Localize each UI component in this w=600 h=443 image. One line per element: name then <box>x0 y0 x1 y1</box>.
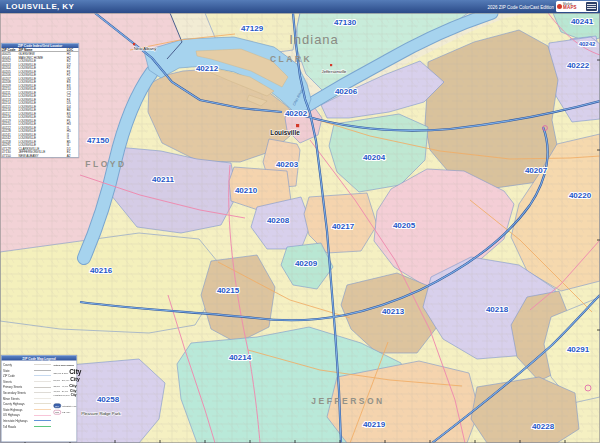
legend-city-items: Cities and Towns 250,000 & OverCity50,00… <box>54 364 77 398</box>
zip-label-47130: 47130 <box>334 18 357 27</box>
page-title: LOUISVILLE, KY <box>6 2 74 11</box>
legend-line-sample <box>34 420 51 421</box>
zip-label-40214: 40214 <box>229 353 252 362</box>
zip-label-47150: 47150 <box>87 136 110 145</box>
interstate-shield-icon: 264 <box>54 404 61 409</box>
logo-badge <box>586 2 597 11</box>
legend-line-sample <box>34 415 51 416</box>
us-shield-icon: 150 <box>54 410 61 415</box>
zip-label-40212: 40212 <box>196 64 219 73</box>
zip-label-40213: 40213 <box>382 307 405 316</box>
legend-line-sample <box>34 365 51 366</box>
zip-label-47129: 47129 <box>241 24 264 33</box>
zip-label-40217: 40217 <box>332 222 355 231</box>
zip-label-40219: 40219 <box>363 420 386 429</box>
edition-label: 2026 ZIP Code ColorCast Edition <box>488 4 554 9</box>
legend-city-item: 10,000 - 24,999City <box>54 389 77 393</box>
legend-cities-header: Cities and Towns <box>54 364 77 367</box>
zip-label-40241: 40241 <box>571 17 594 26</box>
legend-city-item: 50,000 - 249,999City <box>54 376 77 382</box>
legend-city-item: 25,000 - 49,999City <box>54 383 77 388</box>
zip-table-body: 40025GLENVIEWH140041MASONIC HOMEH240202L… <box>2 52 79 157</box>
legend-city-item: Less than 10,000City <box>54 394 77 397</box>
zip-label-40203: 40203 <box>276 160 299 169</box>
zip-label-40207: 40207 <box>525 166 548 175</box>
legend-shield-item: 264Interstate Hwy <box>54 404 77 409</box>
state-label: Indiana <box>289 32 339 47</box>
legend-shield-item: 150US Hwy <box>54 410 77 415</box>
legend-line-sample <box>34 376 51 377</box>
zip-label-40206: 40206 <box>335 87 358 96</box>
legend-line-sample <box>34 404 51 405</box>
city-label: New Albany <box>134 46 158 51</box>
zip-label-40220: 40220 <box>569 191 592 200</box>
logo-maps-text: MAPS <box>563 6 577 11</box>
zip-label-40202: 40202 <box>285 109 308 118</box>
logo-globe-icon <box>557 4 562 9</box>
zip-label-40215: 40215 <box>217 286 240 295</box>
city-label: Louisville <box>270 129 300 136</box>
county-label: FLOYD <box>85 159 126 169</box>
zip-label-40208: 40208 <box>267 216 290 225</box>
county-label: CLARK <box>270 54 312 64</box>
publisher-logo: Market MAPS <box>556 1 598 12</box>
legend-shield-items: 264Interstate Hwy150US Hwy <box>54 404 77 417</box>
city-label: Pleasure Ridge Park <box>81 411 121 416</box>
legend-line-sample <box>34 398 51 399</box>
legend-line-items: CountyStateZIP CodeStreetsPrimary Street… <box>3 362 53 429</box>
legend-line-sample <box>34 393 51 394</box>
map-canvas: CLARKFLOYDJEFFERSONIndianaOhio River Lou… <box>0 13 600 443</box>
map-poster: LOUISVILLE, KY 2026 ZIP Code ColorCast E… <box>0 0 600 443</box>
zip-label-40228: 40228 <box>532 422 555 431</box>
zip-label-40210: 40210 <box>235 186 258 195</box>
legend-line-sample <box>34 370 51 371</box>
zip-label-40216: 40216 <box>90 266 113 275</box>
legend-line-sample <box>34 426 51 427</box>
legend-line-sample <box>34 387 51 388</box>
zip-label-40291: 40291 <box>567 345 590 354</box>
legend-line-sample <box>34 409 51 410</box>
zip-label-40218: 40218 <box>486 305 509 314</box>
zip-label-40242: 40242 <box>579 41 596 47</box>
city-label: Jeffersonville <box>322 69 348 74</box>
legend-item: Toll Roads <box>3 424 53 430</box>
table-row: 47150NEW ALBANYA2 <box>2 154 79 158</box>
legend-line-sample <box>34 381 51 382</box>
legend-city-item: 250,000 & OverCity <box>54 368 77 376</box>
county-label: JEFFERSON <box>311 396 385 406</box>
zip-label-40211: 40211 <box>152 175 174 184</box>
zip-label-40209: 40209 <box>295 259 318 268</box>
city-marker <box>133 43 135 45</box>
zip-label-40258: 40258 <box>97 395 120 404</box>
title-bar: LOUISVILLE, KY 2026 ZIP Code ColorCast E… <box>0 0 600 13</box>
zip-index-table: ZIP Code Index/Grid Locator ZIP CodeZIP … <box>1 43 79 158</box>
zip-label-40204: 40204 <box>363 153 386 162</box>
map-legend: ZIP Code Map Legend CountyStateZIP CodeS… <box>1 355 77 442</box>
city-marker <box>330 64 332 66</box>
zip-label-40205: 40205 <box>393 221 416 230</box>
city-marker <box>296 124 299 127</box>
zip-label-40222: 40222 <box>567 61 590 70</box>
